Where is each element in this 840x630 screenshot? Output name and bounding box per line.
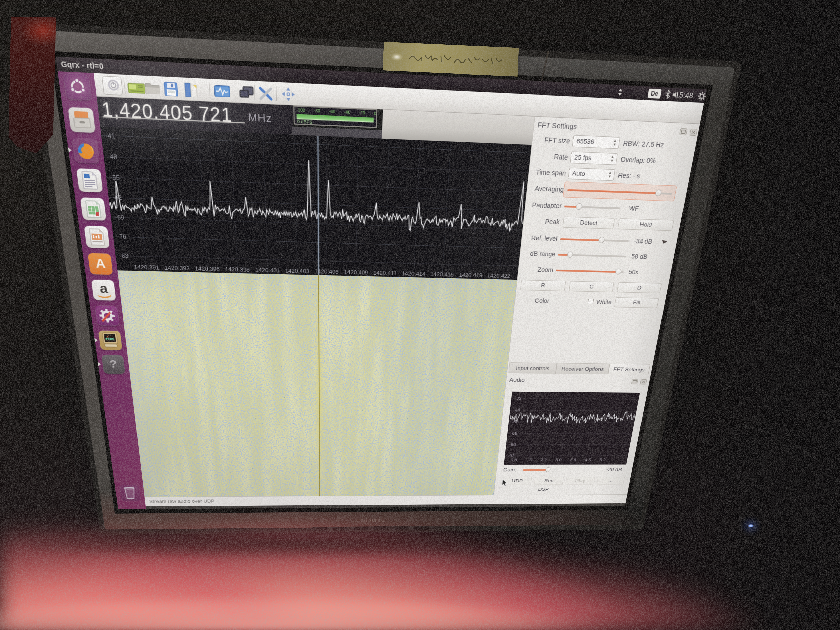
svg-text:TERM: TERM bbox=[105, 338, 115, 342]
